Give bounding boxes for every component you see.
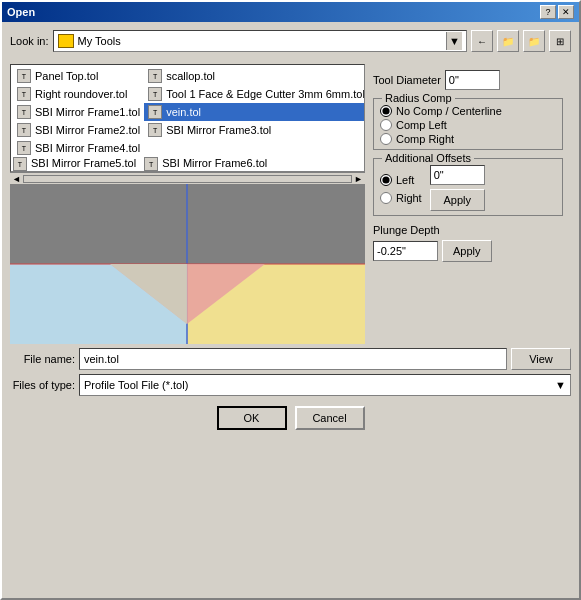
additional-offsets-label: Additional Offsets [382, 152, 474, 164]
offset-right-row: Right [380, 192, 422, 204]
look-in-row: Look in: My Tools ▼ ← 📁 📁 ⊞ [10, 30, 571, 52]
filetype-combo[interactable]: Profile Tool File (*.tol) ▼ [79, 374, 571, 396]
offset-left-label[interactable]: Left [396, 174, 414, 186]
tool-diameter-input[interactable] [445, 70, 500, 90]
no-comp-row: No Comp / Centerline [380, 105, 556, 117]
main-area: T Panel Top.tol T scallop.tol T Right ro… [10, 64, 571, 344]
dialog-buttons: OK Cancel [10, 400, 571, 434]
cancel-button[interactable]: Cancel [295, 406, 365, 430]
preview-panel [10, 184, 365, 344]
properties-panel: Tool Diameter Radius Comp No Comp / Cent… [365, 64, 571, 344]
offset-left-radio[interactable] [380, 174, 392, 186]
scroll-right[interactable]: ► [354, 174, 365, 184]
file-icon: T [148, 87, 162, 101]
comp-right-row: Comp Right [380, 133, 556, 145]
new-folder-button[interactable]: 📁 [523, 30, 545, 52]
look-in-dropdown-arrow[interactable]: ▼ [446, 32, 462, 50]
filename-label: File name: [10, 353, 75, 365]
comp-left-row: Comp Left [380, 119, 556, 131]
file-name: SBI Mirror Frame4.tol [35, 142, 140, 154]
file-name: Right roundover.tol [35, 88, 127, 100]
title-bar: Open ? ✕ [2, 2, 579, 22]
tool-diameter-row: Tool Diameter [373, 70, 563, 90]
list-item[interactable]: T SBI Mirror Frame5.tol [13, 157, 144, 171]
plunge-depth-label: Plunge Depth [373, 224, 563, 236]
comp-left-radio[interactable] [380, 119, 392, 131]
file-icon: T [13, 157, 27, 171]
file-icon: T [17, 87, 31, 101]
list-item[interactable]: T Tool 1 Face & Edge Cutter 3mm 6mm.tol [144, 85, 365, 103]
list-item[interactable]: T SBI Mirror Frame6.tol [144, 157, 365, 171]
list-item[interactable]: T scallop.tol [144, 67, 365, 85]
view-button[interactable]: ⊞ [549, 30, 571, 52]
preview-canvas [10, 184, 365, 344]
file-name: SBI Mirror Frame1.tol [35, 106, 140, 118]
comp-left-label[interactable]: Comp Left [396, 119, 447, 131]
offset-right-radio[interactable] [380, 192, 392, 204]
scroll-left[interactable]: ◄ [10, 174, 21, 184]
file-icon: T [148, 69, 162, 83]
file-icon: T [148, 105, 162, 119]
file-icon: T [17, 69, 31, 83]
comp-right-radio[interactable] [380, 133, 392, 145]
list-item[interactable]: T Right roundover.tol [13, 85, 144, 103]
list-item[interactable]: T SBI Mirror Frame1.tol [13, 103, 144, 121]
ok-button[interactable]: OK [217, 406, 287, 430]
help-button[interactable]: ? [540, 5, 556, 19]
no-comp-label[interactable]: No Comp / Centerline [396, 105, 502, 117]
filetype-value: Profile Tool File (*.tol) [84, 379, 188, 391]
svg-rect-2 [187, 184, 365, 264]
list-item[interactable]: T SBI Mirror Frame2.tol [13, 121, 144, 139]
offset-value-input[interactable] [430, 165, 485, 185]
list-item-selected[interactable]: T vein.tol [144, 103, 365, 121]
no-comp-radio[interactable] [380, 105, 392, 117]
dialog-title: Open [7, 6, 35, 18]
file-icon: T [144, 157, 158, 171]
file-name: SBI Mirror Frame5.tol [31, 157, 136, 171]
file-name: SBI Mirror Frame2.tol [35, 124, 140, 136]
filetype-row: Files of type: Profile Tool File (*.tol)… [10, 374, 571, 396]
back-button[interactable]: ← [471, 30, 493, 52]
file-name: Panel Top.tol [35, 70, 98, 82]
view-button[interactable]: View [511, 348, 571, 370]
offset-apply-button[interactable]: Apply [430, 189, 485, 211]
svg-rect-1 [10, 184, 187, 264]
plunge-depth-input[interactable] [373, 241, 438, 261]
dialog-content: Look in: My Tools ▼ ← 📁 📁 ⊞ T Panel Top.… [2, 22, 579, 598]
look-in-combo[interactable]: My Tools ▼ [53, 30, 467, 52]
filetype-label: Files of type: [10, 379, 75, 391]
comp-right-label[interactable]: Comp Right [396, 133, 454, 145]
file-icon: T [148, 123, 162, 137]
folder-icon [58, 34, 74, 48]
list-item[interactable]: T SBI Mirror Frame4.tol [13, 139, 144, 157]
open-dialog: Open ? ✕ Look in: My Tools ▼ ← 📁 📁 ⊞ [0, 0, 581, 600]
scrollbar[interactable]: ◄ ► [10, 172, 365, 184]
close-button[interactable]: ✕ [558, 5, 574, 19]
up-folder-button[interactable]: 📁 [497, 30, 519, 52]
radius-comp-label: Radius Comp [382, 92, 455, 104]
file-name: vein.tol [166, 106, 201, 118]
file-icon: T [17, 123, 31, 137]
plunge-depth-section: Plunge Depth Apply [373, 224, 563, 262]
tool-diameter-label: Tool Diameter [373, 74, 441, 86]
offset-right-label[interactable]: Right [396, 192, 422, 204]
plunge-depth-row: Apply [373, 240, 563, 262]
look-in-label: Look in: [10, 35, 49, 47]
file-name: scallop.tol [166, 70, 215, 82]
file-name: SBI Mirror Frame3.tol [166, 124, 271, 136]
title-bar-buttons: ? ✕ [540, 5, 574, 19]
plunge-apply-button[interactable]: Apply [442, 240, 492, 262]
list-item[interactable]: T Panel Top.tol [13, 67, 144, 85]
file-name: SBI Mirror Frame6.tol [162, 157, 267, 171]
additional-offsets-group: Additional Offsets Left Right [373, 158, 563, 216]
filename-input[interactable] [79, 348, 507, 370]
file-icon: T [17, 141, 31, 155]
offset-left-row: Left [380, 174, 422, 186]
radius-comp-group: Radius Comp No Comp / Centerline Comp Le… [373, 98, 563, 150]
file-list[interactable]: T Panel Top.tol T scallop.tol T Right ro… [10, 64, 365, 172]
list-item[interactable]: T SBI Mirror Frame3.tol [144, 121, 365, 139]
file-name: Tool 1 Face & Edge Cutter 3mm 6mm.tol [166, 88, 365, 100]
filetype-arrow[interactable]: ▼ [555, 379, 566, 391]
look-in-value: My Tools [78, 35, 446, 47]
filename-row: File name: View [10, 348, 571, 370]
